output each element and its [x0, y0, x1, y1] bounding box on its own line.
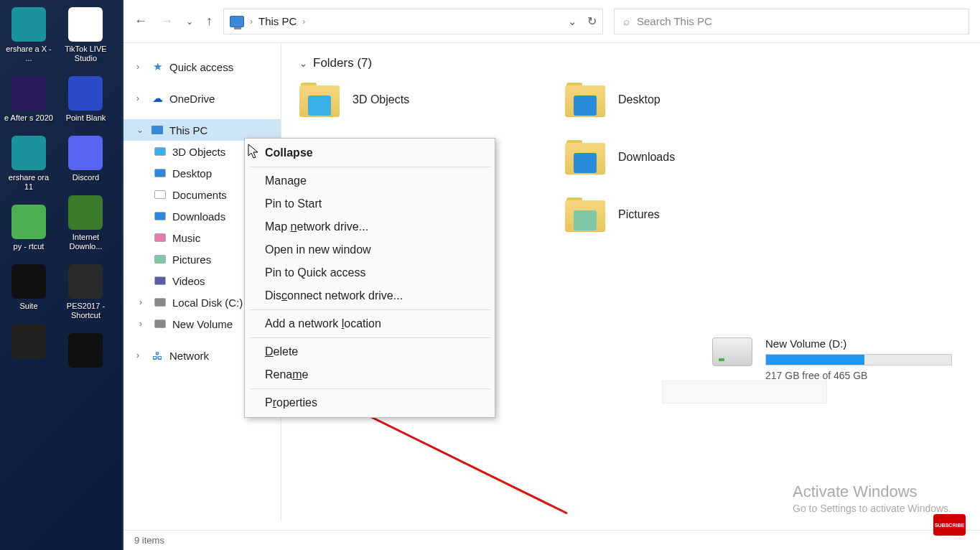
folder-item[interactable]: Desktop	[565, 83, 780, 117]
folder-item[interactable]: Downloads	[565, 140, 780, 174]
folder-icon	[154, 253, 167, 266]
chevron-right-icon: ›	[136, 350, 145, 360]
desktop-icon[interactable]: TikTok LIVE Studio	[60, 7, 111, 63]
context-menu-item[interactable]: Open in new window	[245, 238, 495, 261]
chevron-down-icon: ⌄	[136, 125, 145, 135]
this-pc-icon	[230, 16, 244, 27]
search-placeholder: Search This PC	[637, 15, 712, 27]
folder-icon	[154, 188, 167, 201]
folder-icon	[154, 145, 167, 158]
chevron-down-icon: ⌄	[299, 58, 307, 69]
desktop-icon[interactable]: PES2017 - Shortcut	[60, 264, 111, 320]
context-menu-item[interactable]: Collapse	[245, 141, 495, 164]
folder-icon	[154, 296, 167, 309]
desktop-icon[interactable]	[60, 333, 111, 368]
context-menu-item[interactable]: Delete	[245, 340, 495, 363]
context-menu-item[interactable]: Add a network location	[245, 312, 495, 335]
context-menu-item[interactable]: Map network drive...	[245, 215, 495, 238]
desktop-icon[interactable]: py - rtcut	[4, 205, 54, 251]
partial-item	[662, 381, 827, 404]
desktop-icon[interactable]: Discord	[60, 136, 111, 182]
drive-icon	[712, 337, 752, 366]
context-menu: CollapseManagePin to StartMap network dr…	[244, 138, 495, 418]
folder-item[interactable]: Pictures	[565, 197, 780, 232]
address-dropdown[interactable]: ⌄	[568, 15, 577, 28]
chevron-right-icon: ›	[139, 319, 148, 329]
forward-button[interactable]: →	[160, 14, 173, 29]
drive-usage-bar	[765, 354, 952, 365]
desktop-icon[interactable]	[4, 324, 54, 358]
mouse-cursor-icon	[248, 144, 261, 162]
folder-icon	[299, 83, 340, 117]
context-menu-item[interactable]: Pin to Start	[245, 192, 495, 215]
folders-section-header[interactable]: ⌄ Folders (7)	[299, 56, 962, 70]
chevron-right-icon: ›	[139, 297, 148, 307]
activate-windows-watermark: Activate Windows Go to Settings to activ…	[793, 483, 951, 514]
desktop-icon[interactable]: Suite	[4, 264, 54, 311]
folder-icon	[154, 231, 167, 244]
desktop-area: ershare a X - ...e After s 2020ershare o…	[0, 0, 122, 550]
folder-item[interactable]: 3D Objects	[299, 83, 515, 117]
desktop-icon[interactable]: ershare a X - ...	[4, 7, 54, 63]
context-menu-item[interactable]: Disconnect network drive...	[245, 284, 495, 307]
chevron-right-icon: ›	[136, 93, 145, 103]
folder-icon	[154, 167, 167, 180]
sidebar-quick-access[interactable]: › ★ Quick access	[123, 56, 281, 78]
desktop-icon[interactable]: Internet Downlo...	[60, 195, 111, 251]
chevron-right-icon: ›	[136, 62, 145, 72]
subscribe-badge[interactable]: SUBSCRIBE	[933, 514, 966, 536]
chevron-right-icon: ›	[250, 17, 253, 27]
address-box[interactable]: › This PC › ⌄ ↻	[223, 9, 603, 34]
drive-free-text: 217 GB free of 465 GB	[765, 370, 952, 381]
search-box[interactable]: ⌕ Search This PC	[614, 9, 969, 34]
drive-label: New Volume (D:)	[765, 337, 952, 350]
context-menu-item[interactable]: Rename	[245, 363, 495, 386]
folder-icon	[565, 83, 605, 117]
folder-icon	[154, 274, 167, 287]
folder-icon	[565, 140, 605, 174]
sidebar-onedrive[interactable]: › ☁ OneDrive	[123, 88, 281, 109]
refresh-button[interactable]: ↻	[587, 14, 597, 28]
status-item-count: 9 items	[134, 535, 164, 546]
status-bar: 9 items	[123, 530, 980, 550]
desktop-icon[interactable]: e After s 2020	[4, 76, 54, 123]
chevron-right-icon: ›	[302, 17, 305, 27]
context-menu-item[interactable]: Properties	[245, 391, 495, 414]
folder-icon	[154, 317, 167, 330]
search-icon: ⌕	[623, 15, 630, 27]
context-menu-item[interactable]: Manage	[245, 169, 495, 192]
pc-icon	[151, 123, 164, 136]
cloud-icon: ☁	[151, 92, 164, 105]
network-icon: 🖧	[151, 349, 164, 362]
back-button[interactable]: ←	[134, 14, 147, 29]
breadcrumb-location[interactable]: This PC	[258, 15, 297, 27]
star-icon: ★	[151, 60, 164, 73]
desktop-icon[interactable]: Point Blank	[60, 76, 111, 123]
context-menu-item[interactable]: Pin to Quick access	[245, 261, 495, 284]
drive-new-volume[interactable]: New Volume (D:) 217 GB free of 465 GB	[712, 337, 952, 381]
up-button[interactable]: ↑	[206, 14, 213, 29]
folder-icon	[565, 197, 605, 232]
folder-icon	[154, 210, 167, 223]
address-bar-row: ← → ⌄ ↑ › This PC › ⌄ ↻ ⌕ Search This PC	[123, 0, 980, 43]
recent-dropdown[interactable]: ⌄	[186, 17, 193, 27]
desktop-icon[interactable]: ershare ora 11	[4, 136, 54, 192]
